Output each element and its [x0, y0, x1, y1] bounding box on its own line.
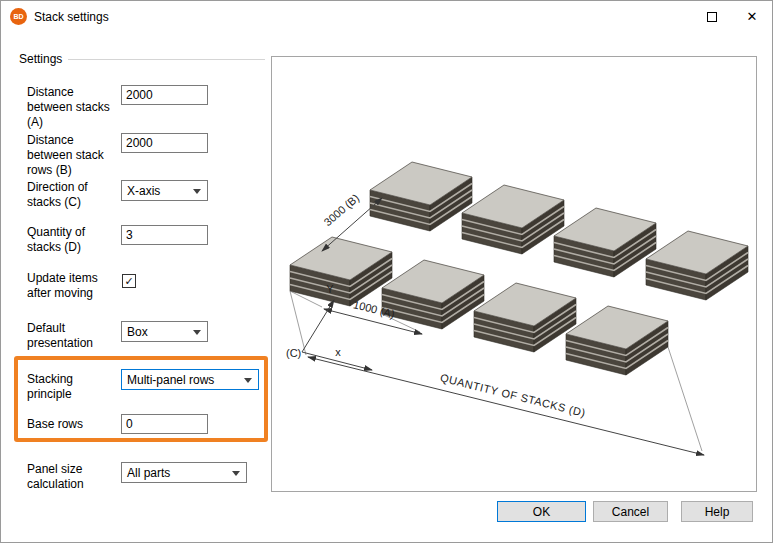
stacking-principle-select[interactable]: Multi-panel rows	[121, 369, 259, 390]
field-label-direction-of-stacks: Direction of stacks (C)	[27, 180, 119, 210]
stack	[462, 185, 564, 254]
field-label-default-presentation: Default presentation	[27, 321, 119, 351]
group-divider	[68, 59, 265, 60]
quantity-of-stacks-input[interactable]	[121, 225, 208, 245]
cancel-button[interactable]: Cancel	[593, 501, 668, 522]
chevron-down-icon	[232, 471, 240, 476]
dimension-line-d	[308, 357, 704, 455]
maximize-button[interactable]	[692, 1, 732, 32]
default-presentation-select[interactable]: Box	[121, 321, 208, 342]
field-label-distance-between-stacks: Distance between stacks (A)	[27, 85, 119, 130]
stack	[382, 260, 484, 329]
x-axis-label: x	[335, 346, 341, 358]
distance-between-stacks-input[interactable]	[121, 85, 208, 105]
field-label-distance-between-stack-rows: Distance between stack rows (B)	[27, 133, 119, 178]
update-items-checkbox[interactable]: ✓	[122, 274, 136, 288]
field-label-stacking-principle: Stacking principle	[27, 372, 119, 402]
stack-settings-dialog: BD Stack settings ✕ Settings Distance be…	[0, 0, 773, 543]
direction-of-stacks-value: X-axis	[127, 184, 160, 198]
ok-button[interactable]: OK	[497, 501, 586, 522]
base-rows-input[interactable]	[121, 414, 208, 434]
stack	[566, 306, 668, 375]
extension-line	[668, 347, 702, 451]
settings-group-label: Settings	[19, 52, 68, 66]
window-title: Stack settings	[34, 10, 109, 24]
close-icon: ✕	[747, 9, 758, 24]
stack	[646, 231, 748, 300]
distance-between-stack-rows-input[interactable]	[121, 133, 208, 153]
app-icon-text: BD	[13, 13, 23, 20]
y-axis-label: Y	[326, 283, 334, 295]
checkmark-icon: ✓	[124, 276, 133, 287]
panel-size-calculation-select[interactable]: All parts	[121, 462, 247, 483]
c-axis-label: (C)	[286, 347, 301, 359]
chevron-down-icon	[244, 378, 252, 383]
extension-line	[290, 291, 306, 355]
settings-group-header: Settings	[19, 52, 265, 66]
app-icon: BD	[10, 8, 27, 25]
stack	[474, 283, 576, 352]
illustration-panel: 3000 (B) 1000 (A) QUANTITY OF STACKS (D)…	[271, 56, 757, 492]
titlebar: BD Stack settings ✕	[1, 1, 772, 32]
stacking-principle-value: Multi-panel rows	[127, 373, 214, 387]
field-label-panel-size-calculation: Panel size calculation	[27, 462, 119, 492]
field-label-update-items: Update items after moving	[27, 271, 119, 301]
stack	[290, 237, 392, 306]
window-controls: ✕	[692, 1, 772, 32]
field-label-quantity-of-stacks: Quantity of stacks (D)	[27, 225, 119, 255]
default-presentation-value: Box	[127, 325, 148, 339]
stack	[370, 162, 472, 231]
maximize-icon	[707, 12, 717, 22]
stacks-illustration: 3000 (B) 1000 (A) QUANTITY OF STACKS (D)…	[272, 57, 756, 491]
panel-size-calculation-value: All parts	[127, 466, 170, 480]
dimension-label-b: 3000 (B)	[322, 192, 362, 229]
stack	[554, 208, 656, 277]
close-button[interactable]: ✕	[732, 1, 772, 32]
chevron-down-icon	[193, 330, 201, 335]
chevron-down-icon	[193, 189, 201, 194]
y-axis-arrow	[302, 300, 334, 352]
direction-of-stacks-select[interactable]: X-axis	[121, 180, 208, 201]
field-label-base-rows: Base rows	[27, 417, 119, 432]
help-button[interactable]: Help	[681, 501, 753, 522]
